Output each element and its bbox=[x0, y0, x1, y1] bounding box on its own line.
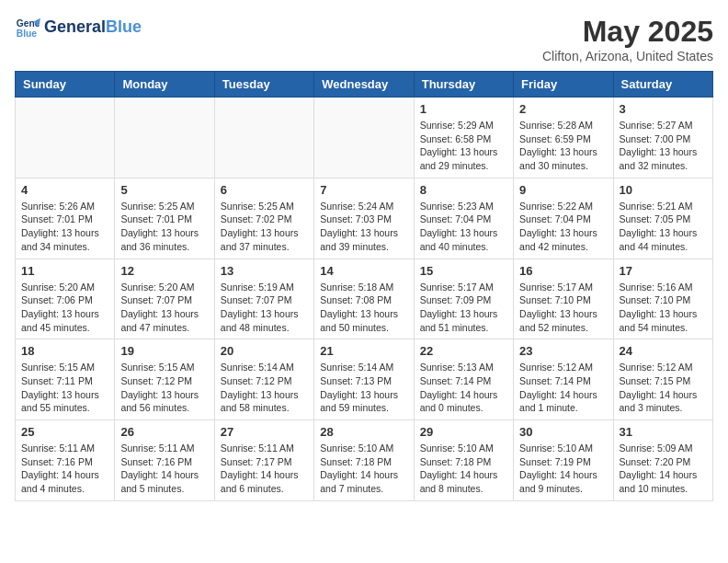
weekday-header: Wednesday bbox=[314, 72, 414, 98]
day-number: 25 bbox=[21, 425, 108, 439]
day-number: 7 bbox=[320, 183, 407, 197]
day-number: 31 bbox=[620, 425, 707, 439]
day-number: 14 bbox=[320, 264, 407, 278]
calendar-cell bbox=[16, 98, 115, 178]
day-info: Sunrise: 5:10 AMSunset: 7:18 PMDaylight:… bbox=[420, 442, 507, 496]
calendar-cell: 12Sunrise: 5:20 AMSunset: 7:07 PMDayligh… bbox=[115, 259, 214, 339]
day-number: 1 bbox=[420, 102, 507, 116]
calendar-cell: 16Sunrise: 5:17 AMSunset: 7:10 PMDayligh… bbox=[514, 259, 613, 339]
day-number: 19 bbox=[120, 344, 208, 358]
day-info: Sunrise: 5:10 AMSunset: 7:19 PMDaylight:… bbox=[519, 442, 607, 496]
day-info: Sunrise: 5:18 AMSunset: 7:08 PMDaylight:… bbox=[320, 281, 407, 335]
page-header: General Blue GeneralBlue May 2025 Clifto… bbox=[15, 15, 713, 63]
day-info: Sunrise: 5:14 AMSunset: 7:12 PMDaylight:… bbox=[221, 361, 308, 415]
logo: General Blue GeneralBlue bbox=[15, 15, 142, 40]
day-info: Sunrise: 5:26 AMSunset: 7:01 PMDaylight:… bbox=[21, 200, 108, 254]
calendar-cell: 11Sunrise: 5:20 AMSunset: 7:06 PMDayligh… bbox=[16, 259, 115, 339]
day-info: Sunrise: 5:11 AMSunset: 7:16 PMDaylight:… bbox=[21, 442, 108, 496]
svg-text:Blue: Blue bbox=[17, 29, 38, 39]
day-info: Sunrise: 5:28 AMSunset: 6:59 PMDaylight:… bbox=[519, 119, 607, 173]
title-block: May 2025 Clifton, Arizona, United States bbox=[542, 15, 713, 63]
day-info: Sunrise: 5:21 AMSunset: 7:05 PMDaylight:… bbox=[620, 200, 707, 254]
day-info: Sunrise: 5:14 AMSunset: 7:13 PMDaylight:… bbox=[320, 361, 407, 415]
day-info: Sunrise: 5:22 AMSunset: 7:04 PMDaylight:… bbox=[519, 200, 607, 254]
day-number: 9 bbox=[519, 183, 607, 197]
calendar-week-row: 11Sunrise: 5:20 AMSunset: 7:06 PMDayligh… bbox=[16, 259, 713, 339]
calendar-cell: 8Sunrise: 5:23 AMSunset: 7:04 PMDaylight… bbox=[414, 178, 513, 259]
day-number: 12 bbox=[120, 264, 208, 278]
calendar-cell: 4Sunrise: 5:26 AMSunset: 7:01 PMDaylight… bbox=[16, 178, 115, 259]
day-info: Sunrise: 5:19 AMSunset: 7:07 PMDaylight:… bbox=[221, 281, 308, 335]
calendar-cell: 3Sunrise: 5:27 AMSunset: 7:00 PMDaylight… bbox=[613, 98, 712, 178]
calendar-cell: 24Sunrise: 5:12 AMSunset: 7:15 PMDayligh… bbox=[613, 339, 712, 420]
day-number: 8 bbox=[420, 183, 507, 197]
calendar-cell: 19Sunrise: 5:15 AMSunset: 7:12 PMDayligh… bbox=[115, 339, 214, 420]
calendar-cell: 13Sunrise: 5:19 AMSunset: 7:07 PMDayligh… bbox=[214, 259, 313, 339]
calendar-cell: 23Sunrise: 5:12 AMSunset: 7:14 PMDayligh… bbox=[514, 339, 613, 420]
calendar-cell: 17Sunrise: 5:16 AMSunset: 7:10 PMDayligh… bbox=[613, 259, 712, 339]
month-title: May 2025 bbox=[542, 15, 713, 49]
calendar-cell: 22Sunrise: 5:13 AMSunset: 7:14 PMDayligh… bbox=[414, 339, 513, 420]
day-number: 13 bbox=[221, 264, 308, 278]
calendar-cell: 10Sunrise: 5:21 AMSunset: 7:05 PMDayligh… bbox=[613, 178, 712, 259]
calendar-cell: 20Sunrise: 5:14 AMSunset: 7:12 PMDayligh… bbox=[214, 339, 313, 420]
calendar-cell: 21Sunrise: 5:14 AMSunset: 7:13 PMDayligh… bbox=[314, 339, 414, 420]
calendar-cell: 26Sunrise: 5:11 AMSunset: 7:16 PMDayligh… bbox=[115, 420, 214, 501]
day-number: 15 bbox=[420, 264, 507, 278]
calendar-cell: 5Sunrise: 5:25 AMSunset: 7:01 PMDaylight… bbox=[115, 178, 214, 259]
weekday-header: Sunday bbox=[16, 72, 115, 98]
day-number: 26 bbox=[120, 425, 208, 439]
day-number: 23 bbox=[519, 344, 607, 358]
day-info: Sunrise: 5:15 AMSunset: 7:11 PMDaylight:… bbox=[21, 361, 108, 415]
day-info: Sunrise: 5:20 AMSunset: 7:07 PMDaylight:… bbox=[120, 281, 208, 335]
logo-icon: General Blue bbox=[15, 15, 40, 40]
weekday-header-row: SundayMondayTuesdayWednesdayThursdayFrid… bbox=[16, 72, 713, 98]
day-info: Sunrise: 5:15 AMSunset: 7:12 PMDaylight:… bbox=[120, 361, 208, 415]
day-number: 5 bbox=[120, 183, 208, 197]
weekday-header: Thursday bbox=[414, 72, 513, 98]
day-number: 16 bbox=[519, 264, 607, 278]
day-info: Sunrise: 5:25 AMSunset: 7:01 PMDaylight:… bbox=[120, 200, 208, 254]
calendar-cell: 30Sunrise: 5:10 AMSunset: 7:19 PMDayligh… bbox=[514, 420, 613, 501]
day-info: Sunrise: 5:23 AMSunset: 7:04 PMDaylight:… bbox=[420, 200, 507, 254]
day-info: Sunrise: 5:12 AMSunset: 7:15 PMDaylight:… bbox=[620, 361, 707, 415]
day-number: 17 bbox=[620, 264, 707, 278]
day-number: 22 bbox=[420, 344, 507, 358]
day-number: 21 bbox=[320, 344, 407, 358]
calendar-cell: 27Sunrise: 5:11 AMSunset: 7:17 PMDayligh… bbox=[214, 420, 313, 501]
day-info: Sunrise: 5:13 AMSunset: 7:14 PMDaylight:… bbox=[420, 361, 507, 415]
day-info: Sunrise: 5:20 AMSunset: 7:06 PMDaylight:… bbox=[21, 281, 108, 335]
day-number: 6 bbox=[221, 183, 308, 197]
day-number: 29 bbox=[420, 425, 507, 439]
calendar-cell: 28Sunrise: 5:10 AMSunset: 7:18 PMDayligh… bbox=[314, 420, 414, 501]
day-info: Sunrise: 5:11 AMSunset: 7:16 PMDaylight:… bbox=[120, 442, 208, 496]
day-info: Sunrise: 5:17 AMSunset: 7:09 PMDaylight:… bbox=[420, 281, 507, 335]
day-number: 20 bbox=[221, 344, 308, 358]
calendar-table: SundayMondayTuesdayWednesdayThursdayFrid… bbox=[15, 71, 713, 501]
calendar-cell bbox=[314, 98, 414, 178]
calendar-cell: 15Sunrise: 5:17 AMSunset: 7:09 PMDayligh… bbox=[414, 259, 513, 339]
day-info: Sunrise: 5:27 AMSunset: 7:00 PMDaylight:… bbox=[620, 119, 707, 173]
weekday-header: Monday bbox=[115, 72, 214, 98]
calendar-week-row: 1Sunrise: 5:29 AMSunset: 6:58 PMDaylight… bbox=[16, 98, 713, 178]
calendar-cell bbox=[214, 98, 313, 178]
calendar-week-row: 25Sunrise: 5:11 AMSunset: 7:16 PMDayligh… bbox=[16, 420, 713, 501]
day-number: 24 bbox=[620, 344, 707, 358]
weekday-header: Tuesday bbox=[214, 72, 313, 98]
day-info: Sunrise: 5:11 AMSunset: 7:17 PMDaylight:… bbox=[221, 442, 308, 496]
day-info: Sunrise: 5:09 AMSunset: 7:20 PMDaylight:… bbox=[620, 442, 707, 496]
day-number: 11 bbox=[21, 264, 108, 278]
day-number: 28 bbox=[320, 425, 407, 439]
day-number: 18 bbox=[21, 344, 108, 358]
day-number: 27 bbox=[221, 425, 308, 439]
day-info: Sunrise: 5:12 AMSunset: 7:14 PMDaylight:… bbox=[519, 361, 607, 415]
calendar-cell bbox=[115, 98, 214, 178]
day-number: 30 bbox=[519, 425, 607, 439]
calendar-week-row: 4Sunrise: 5:26 AMSunset: 7:01 PMDaylight… bbox=[16, 178, 713, 259]
day-number: 4 bbox=[21, 183, 108, 197]
day-info: Sunrise: 5:25 AMSunset: 7:02 PMDaylight:… bbox=[221, 200, 308, 254]
calendar-cell: 29Sunrise: 5:10 AMSunset: 7:18 PMDayligh… bbox=[414, 420, 513, 501]
calendar-cell: 25Sunrise: 5:11 AMSunset: 7:16 PMDayligh… bbox=[16, 420, 115, 501]
calendar-cell: 18Sunrise: 5:15 AMSunset: 7:11 PMDayligh… bbox=[16, 339, 115, 420]
calendar-cell: 9Sunrise: 5:22 AMSunset: 7:04 PMDaylight… bbox=[514, 178, 613, 259]
